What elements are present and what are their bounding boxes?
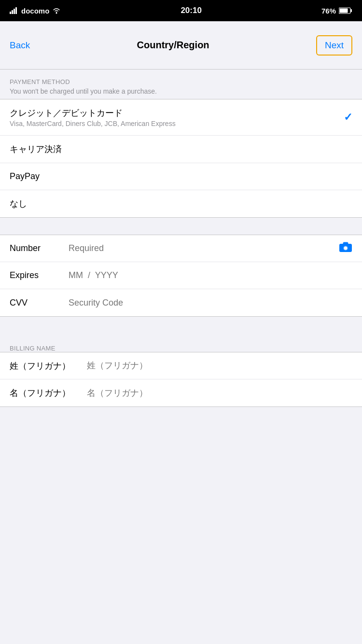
back-button[interactable]: Back xyxy=(10,35,30,56)
payment-option-credit-subtitle: Visa, MasterCard, Diners Club, JCB, Amer… xyxy=(10,120,176,127)
status-right: 76% xyxy=(321,7,352,15)
list-item[interactable]: クレジット／デビットカード Visa, MasterCard, Diners C… xyxy=(0,99,362,136)
billing-first-name-input[interactable] xyxy=(87,380,352,406)
payment-method-header: PAYMENT METHOD You won't be charged unti… xyxy=(0,70,362,99)
status-bar: docomo 20:10 76% xyxy=(0,0,362,21)
svg-rect-6 xyxy=(350,9,352,12)
billing-last-name-row[interactable]: 姓（フリガナ） xyxy=(0,352,362,379)
group-separator xyxy=(0,218,362,235)
page-title: Country/Region xyxy=(137,40,209,51)
svg-rect-1 xyxy=(12,10,13,14)
card-number-input[interactable] xyxy=(63,236,334,261)
card-fields-group: Number Expires CVV xyxy=(0,235,362,317)
list-item[interactable]: なし xyxy=(0,190,362,217)
svg-point-4 xyxy=(56,13,57,14)
payment-option-none-label: なし xyxy=(10,198,27,210)
camera-icon[interactable] xyxy=(339,242,352,255)
billing-last-name-label: 姓（フリガナ） xyxy=(10,360,87,372)
status-left: docomo xyxy=(10,7,61,15)
next-button[interactable]: Next xyxy=(316,35,352,56)
svg-rect-7 xyxy=(339,9,348,13)
billing-name-title: BILLING NAME xyxy=(10,345,352,352)
card-number-row[interactable]: Number xyxy=(0,235,362,262)
list-item[interactable]: PayPay xyxy=(0,163,362,190)
svg-rect-12 xyxy=(343,242,348,244)
card-cvv-label: CVV xyxy=(10,298,63,308)
svg-rect-0 xyxy=(10,12,11,14)
card-expires-row[interactable]: Expires xyxy=(0,262,362,289)
card-number-label: Number xyxy=(10,243,63,253)
billing-first-name-label: 名（フリガナ） xyxy=(10,387,87,399)
billing-separator xyxy=(0,317,362,336)
payment-method-subtitle: You won't be charged until you make a pu… xyxy=(10,87,352,95)
carrier-name: docomo xyxy=(21,7,49,15)
svg-point-10 xyxy=(344,246,348,250)
billing-fields-group: 姓（フリガナ） 名（フリガナ） xyxy=(0,352,362,407)
billing-first-name-row[interactable]: 名（フリガナ） xyxy=(0,379,362,406)
payment-method-title: PAYMENT METHOD xyxy=(10,78,352,85)
card-cvv-row[interactable]: CVV xyxy=(0,289,362,316)
battery-percent: 76% xyxy=(321,7,336,15)
wifi-icon xyxy=(52,7,61,14)
billing-name-header: BILLING NAME xyxy=(0,336,362,352)
nav-bar: Back Country/Region Next xyxy=(0,21,362,70)
payment-options-list: クレジット／デビットカード Visa, MasterCard, Diners C… xyxy=(0,99,362,218)
card-expires-input[interactable] xyxy=(63,263,352,288)
status-time: 20:10 xyxy=(181,6,201,15)
svg-rect-2 xyxy=(14,9,15,14)
list-item[interactable]: キャリア決済 xyxy=(0,136,362,163)
card-expires-label: Expires xyxy=(10,270,63,280)
billing-last-name-input[interactable] xyxy=(87,353,352,378)
payment-option-paypay-label: PayPay xyxy=(10,171,40,182)
payment-option-credit-label: クレジット／デビットカード xyxy=(10,107,176,119)
battery-icon xyxy=(339,7,352,14)
card-cvv-input[interactable] xyxy=(63,290,352,316)
svg-rect-3 xyxy=(15,7,17,14)
checkmark-icon: ✓ xyxy=(344,111,352,124)
payment-option-carrier-label: キャリア決済 xyxy=(10,143,62,155)
signal-icon xyxy=(10,7,18,14)
